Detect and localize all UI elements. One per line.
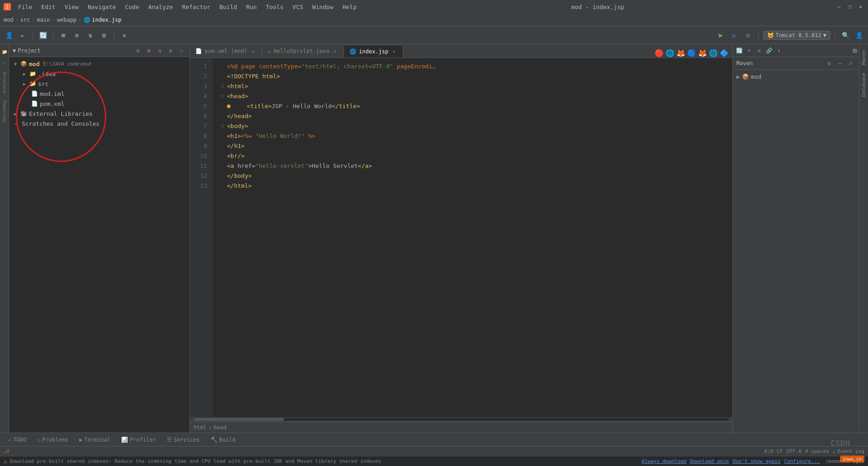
tree-item-src[interactable]: ▶ 📁 src: [9, 79, 189, 89]
tab-pom-xml[interactable]: 📄 pom.xml (mod) ✕: [190, 45, 262, 57]
always-download-link[interactable]: Always download: [642, 458, 686, 464]
structure-icon[interactable]: Structure: [1, 79, 8, 86]
menu-navigate[interactable]: Navigate: [84, 3, 120, 11]
cog-icon[interactable]: ⚙: [133, 46, 142, 55]
editor-scrollbar[interactable]: [190, 417, 732, 422]
tree-item-idea[interactable]: ▶ 📁 .idea: [9, 69, 189, 79]
indent-indicator[interactable]: 4 spaces: [805, 448, 829, 454]
tab-helloservlet[interactable]: ☕ HelloServlet.java ✕: [262, 45, 344, 57]
settings-btn[interactable]: ⚙: [99, 30, 109, 41]
tomcat-selector[interactable]: 🐱 Tomcat 8.5.812 ▼: [763, 31, 830, 40]
collapse-all-btn[interactable]: ≡: [71, 30, 82, 41]
maven-item-mod[interactable]: ▶ 📦 mod: [733, 71, 859, 81]
menu-refactor[interactable]: Refactor: [179, 3, 214, 11]
coverage-button[interactable]: ⊡: [743, 30, 754, 41]
breadcrumb-webapp[interactable]: webapp: [57, 17, 76, 23]
menu-file[interactable]: File: [14, 3, 36, 11]
maven-refresh-icon[interactable]: 🔄: [735, 46, 744, 55]
tree-item-mod[interactable]: ▼ 📦 mod E:\JAVA code\mod: [9, 59, 189, 69]
code-line-7[interactable]: ⊟ <body>: [216, 121, 732, 131]
tab-close-pom[interactable]: ✕: [250, 48, 256, 54]
code-line-12[interactable]: </body>: [216, 171, 732, 181]
settings-gear-icon[interactable]: ⚙: [166, 46, 175, 55]
menu-window[interactable]: Window: [309, 3, 337, 11]
sync-icon[interactable]: 🔄: [38, 30, 48, 41]
editor-bc-html[interactable]: html: [193, 424, 207, 431]
close-button[interactable]: ✕: [857, 3, 864, 10]
bottom-tab-build[interactable]: 🔨 Build: [206, 435, 240, 445]
lf-indicator[interactable]: LF: [777, 448, 783, 454]
maven-collapse-icon[interactable]: ≡: [755, 46, 764, 55]
run-button[interactable]: ▶: [716, 30, 726, 41]
code-line-1[interactable]: <%@ page contentType="text/html; charset…: [216, 62, 732, 71]
panel-minimize-icon[interactable]: —: [177, 46, 186, 55]
close-panel-btn[interactable]: ✕: [119, 30, 130, 41]
menu-build[interactable]: Build: [216, 3, 241, 11]
code-line-5[interactable]: <title>JSP - Hello World</title>: [216, 101, 732, 111]
back-button[interactable]: ←: [17, 30, 28, 41]
breadcrumb-mod[interactable]: mod: [4, 17, 14, 23]
bookmark-icon[interactable]: ★: [1, 59, 8, 66]
code-line-3[interactable]: ⊟ <html>: [216, 81, 732, 91]
code-line-13[interactable]: </html>: [216, 181, 732, 191]
browser-icon-1[interactable]: 🔴: [655, 49, 664, 57]
layout-icon[interactable]: ⊞: [144, 46, 153, 55]
menu-analyze[interactable]: Analyze: [145, 3, 177, 11]
position-indicator[interactable]: 6:8: [764, 448, 774, 454]
bottom-tab-profiler[interactable]: 📊 Profiler: [117, 435, 160, 445]
breadcrumb-src[interactable]: src: [20, 17, 30, 23]
sort-icon[interactable]: ⇅: [155, 46, 164, 55]
breadcrumb-main[interactable]: main: [37, 17, 50, 23]
code-content[interactable]: <%@ page contentType="text/html; charset…: [212, 58, 732, 417]
maximize-button[interactable]: ❐: [846, 3, 854, 10]
code-line-4[interactable]: ⊟ <head>: [216, 91, 732, 101]
code-line-9[interactable]: </h1>: [216, 141, 732, 151]
maven-link-icon[interactable]: 🔗: [764, 46, 774, 55]
maven-maximize-icon[interactable]: ⤢: [846, 59, 855, 68]
event-log-indicator[interactable]: ⚠ Event Log: [833, 448, 864, 454]
bottom-tab-terminal[interactable]: ▶ Terminal: [75, 435, 115, 445]
browser-icon-4[interactable]: 🔵: [687, 49, 696, 57]
code-line-6[interactable]: </head>: [216, 111, 732, 121]
scroll-thumb[interactable]: [193, 418, 284, 421]
menu-help[interactable]: Help: [339, 3, 360, 11]
browser-icon-2[interactable]: 🌐: [665, 49, 675, 57]
browser-icon-3[interactable]: 🦊: [676, 49, 685, 57]
maven-add-icon[interactable]: +: [745, 46, 754, 55]
configure-link[interactable]: Configure...: [784, 458, 820, 464]
browser-icon-7[interactable]: 🔷: [720, 49, 729, 57]
search-button[interactable]: 🔍: [840, 30, 851, 41]
vtab-maven[interactable]: Maven: [860, 46, 868, 68]
vtab-database[interactable]: Database: [860, 69, 868, 100]
code-line-8[interactable]: <h1><%= "Hello World!" %>: [216, 131, 732, 141]
maven-settings-icon[interactable]: ⚙: [825, 59, 834, 68]
code-editor[interactable]: 1 2 3 4 5 6 7 8 9 10 11 12 13 <%@ page c…: [190, 58, 732, 417]
favorites-icon[interactable]: Favorites: [1, 108, 8, 115]
menu-vcs[interactable]: VCS: [289, 3, 307, 11]
git-status[interactable]: ⎇: [4, 448, 9, 454]
tab-close-servlet[interactable]: ✕: [332, 48, 338, 54]
code-line-11[interactable]: <a href="hello-servlet">Hello Servlet</a…: [216, 161, 732, 171]
menu-view[interactable]: View: [61, 3, 82, 11]
maven-minimize-icon[interactable]: —: [835, 59, 844, 68]
tree-item-mod-iml[interactable]: 📄 mod.iml: [9, 89, 189, 99]
browser-icon-6[interactable]: 🌐: [709, 49, 718, 57]
code-line-10[interactable]: <br/>: [216, 151, 732, 161]
user-icon[interactable]: 👤: [4, 30, 14, 41]
editor-bc-head[interactable]: head: [213, 424, 226, 431]
refresh-structure-btn[interactable]: ⊞: [58, 30, 69, 41]
minimize-button[interactable]: —: [835, 3, 843, 10]
menu-code[interactable]: Code: [122, 3, 143, 11]
menu-run[interactable]: Run: [242, 3, 260, 11]
download-once-link[interactable]: Download once: [690, 458, 729, 464]
avatar-button[interactable]: 👤: [854, 30, 864, 41]
tree-item-extlibs[interactable]: ▶ 📚 External Libraries: [9, 109, 189, 119]
tab-index-jsp[interactable]: 🌐 index.jsp ✕: [344, 45, 403, 57]
sort-btn[interactable]: ⇅: [85, 30, 96, 41]
bottom-tab-problems[interactable]: ⚠ Problems: [33, 435, 73, 445]
tree-item-pom[interactable]: 📄 pom.xml: [9, 99, 189, 109]
menu-tools[interactable]: Tools: [262, 3, 287, 11]
maven-download-icon[interactable]: ⬇: [774, 46, 783, 55]
code-line-2[interactable]: <!DOCTYPE html>: [216, 71, 732, 81]
tab-close-jsp[interactable]: ✕: [391, 48, 397, 55]
